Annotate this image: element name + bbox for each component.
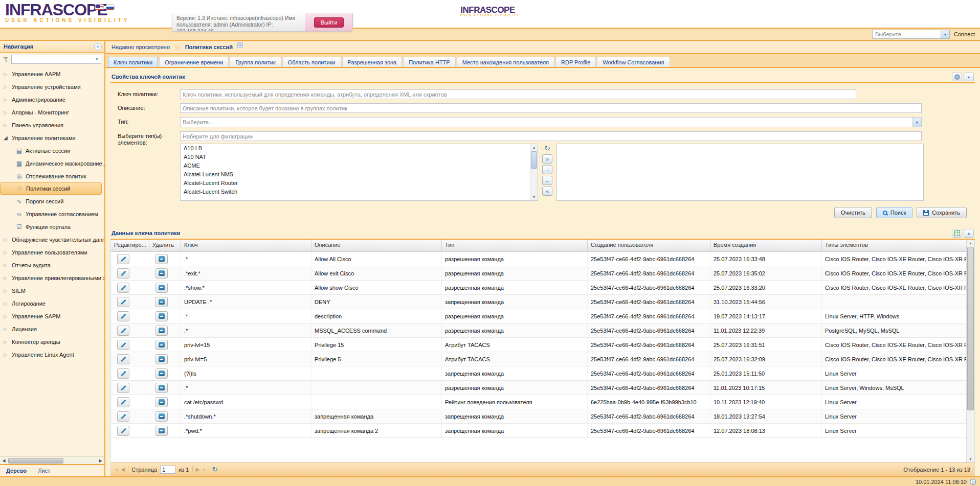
tab[interactable]: Область политики	[282, 57, 341, 67]
sidebar-horizontal-scrollbar[interactable]: ◀ ▶	[0, 456, 104, 464]
column-header[interactable]: Тип	[442, 240, 588, 251]
expand-node-icon[interactable]: ▷	[4, 250, 9, 255]
sidebar-item[interactable]: ∿Пороги сессий	[0, 195, 104, 207]
expand-node-icon[interactable]: ▷	[4, 263, 9, 268]
edit-row-button[interactable]	[117, 326, 129, 336]
sidebar-view-tab[interactable]: Дерево	[6, 468, 27, 474]
edit-row-button[interactable]	[117, 411, 129, 422]
selected-elements-list[interactable]	[556, 144, 924, 201]
delete-row-button[interactable]	[155, 340, 168, 350]
delete-row-button[interactable]	[155, 383, 168, 393]
edit-row-button[interactable]	[117, 268, 129, 279]
scrollbar-thumb[interactable]	[967, 247, 974, 410]
sidebar-item[interactable]: ◎Отслеживание политик	[0, 170, 104, 182]
scrollbar-thumb[interactable]	[531, 151, 537, 169]
breadcrumb-current[interactable]: Политики сессий	[185, 44, 233, 50]
sidebar-item[interactable]: ▷Алармы - Мониторинг	[0, 106, 104, 119]
edit-row-button[interactable]	[117, 311, 129, 321]
expand-node-icon[interactable]: ▷	[4, 72, 9, 77]
prev-page-icon[interactable]: ◀	[121, 467, 125, 472]
element-filter-input[interactable]	[180, 131, 922, 141]
scroll-right-icon[interactable]: ▶	[97, 458, 104, 463]
sidebar-item[interactable]: ∞Управление согласованием	[0, 207, 104, 220]
delete-row-button[interactable]	[155, 268, 168, 279]
edit-row-button[interactable]	[117, 368, 129, 379]
sidebar-item[interactable]: ▷Управление устройствами	[0, 80, 104, 93]
sidebar-item[interactable]: ▤Активные сессии	[0, 144, 104, 157]
edit-row-button[interactable]	[117, 297, 129, 307]
tab[interactable]: Ключ политики	[108, 57, 158, 67]
tab[interactable]: Ограничение времени	[159, 57, 229, 67]
sidebar-item[interactable]: ▷Логирование	[0, 297, 104, 310]
delete-row-button[interactable]	[155, 283, 168, 293]
sidebar-item[interactable]: ▷Лицензия	[0, 322, 104, 335]
expand-node-icon[interactable]: ▷	[4, 327, 9, 332]
list-item[interactable]: ACME	[181, 161, 529, 170]
page-number-input[interactable]	[160, 466, 175, 474]
list-scrollbar[interactable]: ▲ ▼	[530, 144, 538, 200]
expand-node-icon[interactable]: ▷	[4, 84, 9, 89]
sidebar-view-tab[interactable]: Лист	[38, 468, 50, 474]
sidebar-item[interactable]: ☑Функции портала	[0, 220, 104, 233]
move-all-left-button[interactable]: «	[542, 187, 552, 196]
close-tab-icon[interactable]: ×	[237, 42, 243, 48]
edit-row-button[interactable]	[117, 383, 129, 393]
tab[interactable]: RDP Profile	[555, 57, 596, 67]
move-left-button[interactable]: ←	[542, 176, 552, 185]
move-right-button[interactable]: →	[542, 165, 552, 174]
save-button[interactable]: Сохранить	[917, 207, 967, 218]
clear-filter-icon[interactable]: ×	[93, 57, 101, 62]
sidebar-item[interactable]: ▷Управление SAPM	[0, 310, 104, 322]
edit-row-button[interactable]	[117, 340, 129, 350]
sidebar-item[interactable]: ▷Коннектор аренды	[0, 335, 104, 348]
delete-row-button[interactable]	[155, 311, 168, 321]
tab[interactable]: Место нахождения пользователя	[457, 57, 554, 67]
list-item[interactable]: Alcatel-Lucent Switch	[181, 188, 529, 196]
sidebar-item[interactable]: ▷Обнаружение чувствительных данных	[0, 233, 104, 246]
scroll-left-icon[interactable]: ◀	[0, 458, 8, 463]
expand-node-icon[interactable]: ▷	[4, 288, 9, 293]
move-all-right-button[interactable]: »	[542, 154, 552, 164]
collapse-sidebar-button[interactable]: «	[94, 43, 102, 51]
list-item[interactable]: A10 LB	[181, 144, 529, 153]
panel-info-button[interactable]: i	[952, 73, 962, 81]
sidebar-item[interactable]: ▷Управление Linux Agent	[0, 348, 104, 361]
edit-row-button[interactable]	[117, 254, 129, 264]
scrollbar-thumb[interactable]	[8, 458, 63, 464]
clear-button[interactable]: Очистить	[834, 207, 872, 218]
connect-label[interactable]: Connect	[954, 31, 975, 37]
column-header[interactable]: Удалить	[149, 240, 181, 251]
panel-collapse-button[interactable]: ▲	[964, 229, 974, 238]
sidebar-item[interactable]: ▷Отчеты аудита	[0, 259, 104, 271]
list-item[interactable]: Alcatel-Lucent NMS	[181, 170, 529, 179]
next-page-icon[interactable]: ▶	[196, 467, 200, 472]
logout-button[interactable]: Выйти	[314, 17, 344, 28]
edit-row-button[interactable]	[117, 397, 129, 407]
panel-collapse-button[interactable]: ▲	[964, 73, 974, 81]
delete-row-button[interactable]	[155, 426, 168, 436]
column-header[interactable]: Время создания	[710, 240, 822, 251]
chevron-down-icon[interactable]: ▼	[941, 30, 949, 38]
scrollbar-track[interactable]	[8, 457, 97, 464]
scrollbar-track[interactable]	[967, 246, 974, 456]
delete-row-button[interactable]	[155, 326, 168, 336]
type-select[interactable]: Выберите... ▼	[180, 117, 922, 127]
sidebar-item[interactable]: ▷SIEM	[0, 284, 104, 297]
tree-filter-input[interactable]	[12, 56, 93, 63]
expand-node-icon[interactable]: ▷	[4, 123, 9, 128]
expand-node-icon[interactable]: ▷	[4, 301, 9, 306]
column-header[interactable]: Ключ	[181, 240, 311, 251]
sidebar-item[interactable]: ▷Управление привилегированными зада	[0, 271, 104, 284]
sidebar-item[interactable]: ▦Динамическое маскирование да	[0, 157, 104, 170]
edit-row-button[interactable]	[117, 283, 129, 293]
delete-row-button[interactable]	[155, 368, 168, 379]
column-header[interactable]: Редактиро...	[111, 240, 149, 251]
sidebar-item[interactable]: ▷Панель управления	[0, 119, 104, 131]
expand-node-icon[interactable]: ▷	[4, 275, 9, 281]
tab[interactable]: Группа политик	[230, 57, 281, 67]
breadcrumb-recent[interactable]: Недавно просмотрено	[112, 44, 170, 50]
scroll-down-icon[interactable]: ▼	[530, 194, 538, 200]
tab[interactable]: Workflow Согласования	[597, 57, 670, 67]
description-input[interactable]	[180, 103, 922, 113]
expand-node-icon[interactable]: ▷	[4, 352, 9, 357]
